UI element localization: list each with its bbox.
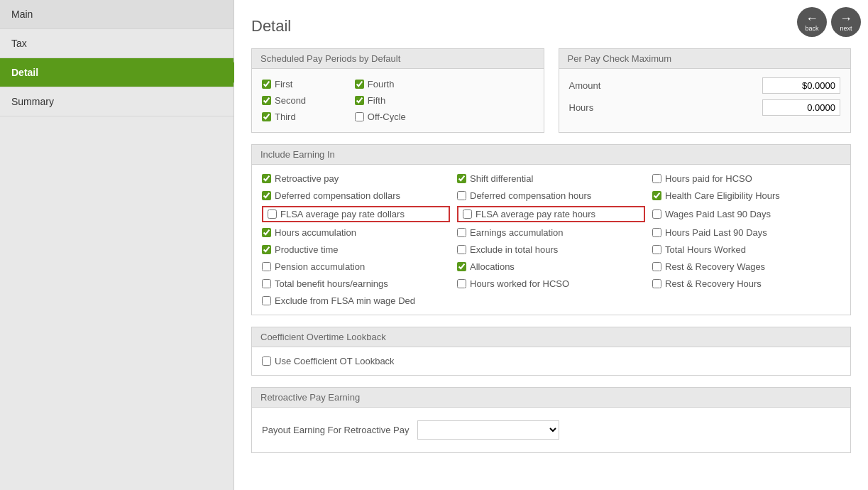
- amount-label: Amount: [569, 80, 612, 91]
- checkbox-hours-accumulation[interactable]: Hours accumulation: [262, 226, 450, 239]
- checkbox-third-input[interactable]: [262, 112, 271, 121]
- payout-label: Payout Earning For Retroactive Pay: [262, 425, 409, 435]
- checkbox-second[interactable]: Second: [262, 94, 348, 107]
- checkbox-off-cycle-input[interactable]: [355, 112, 364, 121]
- checkbox-total-hours-worked[interactable]: Total Hours Worked: [652, 243, 840, 256]
- checkbox-total-benefit[interactable]: Total benefit hours/earnings: [262, 277, 450, 290]
- checkbox-exclude-total-hours[interactable]: Exclude in total hours: [457, 243, 645, 256]
- back-button[interactable]: ← back: [797, 7, 827, 37]
- checkbox-hours-paid-hcso[interactable]: Hours paid for HCSO: [652, 172, 840, 185]
- checkbox-hours-worked-hcso[interactable]: Hours worked for HCSO: [457, 277, 645, 290]
- checkbox-use-coefficient-ot[interactable]: Use Coefficient OT Lookback: [262, 354, 840, 368]
- per-pay-check-box: Per Pay Check Maximum Amount Hours: [559, 48, 852, 133]
- payout-select[interactable]: [417, 420, 559, 440]
- checkbox-shift-differential[interactable]: Shift differential: [457, 172, 645, 185]
- checkbox-rest-recovery-wages[interactable]: Rest & Recovery Wages: [652, 260, 840, 273]
- page-title: Detail: [251, 17, 851, 36]
- checkbox-third[interactable]: Third: [262, 110, 348, 124]
- checkbox-exclude-flsa[interactable]: Exclude from FLSA min wage Ded: [262, 294, 450, 307]
- sidebar-item-detail[interactable]: Detail: [0, 58, 234, 87]
- checkbox-productive-time[interactable]: Productive time: [262, 243, 450, 256]
- checkbox-rest-recovery-hours[interactable]: Rest & Recovery Hours: [652, 277, 840, 290]
- amount-input[interactable]: [762, 77, 840, 94]
- per-pay-check-header: Per Pay Check Maximum: [559, 49, 851, 69]
- sidebar: Main Tax Detail Summary: [0, 0, 234, 490]
- pay-periods-grid: First Fourth Second Fifth: [262, 77, 534, 124]
- checkbox-hours-paid-90[interactable]: Hours Paid Last 90 Days: [652, 226, 840, 239]
- payout-row: Payout Earning For Retroactive Pay: [262, 415, 840, 445]
- checkbox-pension-accumulation[interactable]: Pension accumulation: [262, 260, 450, 273]
- amount-row: Amount: [569, 77, 841, 94]
- hours-row: Hours: [569, 99, 841, 116]
- checkbox-flsa-dollars[interactable]: FLSA average pay rate dollars: [262, 206, 450, 222]
- checkbox-fourth[interactable]: Fourth: [355, 77, 441, 91]
- scheduled-pay-periods-header: Scheduled Pay Periods by Default: [252, 49, 544, 69]
- nav-buttons: ← back → next: [797, 7, 861, 37]
- checkbox-off-cycle[interactable]: Off-Cycle: [355, 110, 441, 124]
- coefficient-ot-section: Coefficient Overtime Lookback Use Coeffi…: [251, 327, 851, 376]
- checkbox-earnings-accumulation[interactable]: Earnings accumulation: [457, 226, 645, 239]
- checkbox-fifth[interactable]: Fifth: [355, 94, 441, 107]
- next-button[interactable]: → next: [831, 7, 861, 37]
- checkbox-second-input[interactable]: [262, 96, 271, 105]
- checkbox-deferred-comp-dollars[interactable]: Deferred compensation dollars: [262, 189, 450, 202]
- checkbox-fifth-input[interactable]: [355, 96, 364, 105]
- checkbox-flsa-hours[interactable]: FLSA average pay rate hours: [457, 206, 645, 222]
- earning-grid: Retroactive pay Shift differential Hours…: [262, 172, 840, 307]
- coefficient-ot-header: Coefficient Overtime Lookback: [251, 327, 851, 347]
- checkbox-first-input[interactable]: [262, 80, 271, 89]
- sidebar-item-main[interactable]: Main: [0, 0, 234, 29]
- checkbox-health-care-hours[interactable]: Health Care Eligibility Hours: [652, 189, 840, 202]
- retroactive-pay-header: Retroactive Pay Earning: [251, 387, 851, 407]
- checkbox-deferred-comp-hours[interactable]: Deferred compensation hours: [457, 189, 645, 202]
- top-section: Scheduled Pay Periods by Default First F…: [251, 48, 851, 133]
- hours-input[interactable]: [762, 99, 840, 116]
- include-earning-section: Include Earning In Retroactive pay Shift…: [251, 144, 851, 315]
- checkbox-fourth-input[interactable]: [355, 80, 364, 89]
- scheduled-pay-periods-box: Scheduled Pay Periods by Default First F…: [251, 48, 544, 133]
- retroactive-pay-section: Retroactive Pay Earning Payout Earning F…: [251, 387, 851, 453]
- checkbox-allocations[interactable]: Allocations: [457, 260, 645, 273]
- include-earning-header: Include Earning In: [251, 144, 851, 164]
- sidebar-item-tax[interactable]: Tax: [0, 29, 234, 58]
- hours-label: Hours: [569, 102, 612, 113]
- checkbox-wages-paid-90[interactable]: Wages Paid Last 90 Days: [652, 206, 840, 222]
- sidebar-item-summary[interactable]: Summary: [0, 87, 234, 116]
- main-content: ← back → next Detail Scheduled Pay Perio…: [234, 0, 868, 490]
- checkbox-retroactive-pay[interactable]: Retroactive pay: [262, 172, 450, 185]
- checkbox-first[interactable]: First: [262, 77, 348, 91]
